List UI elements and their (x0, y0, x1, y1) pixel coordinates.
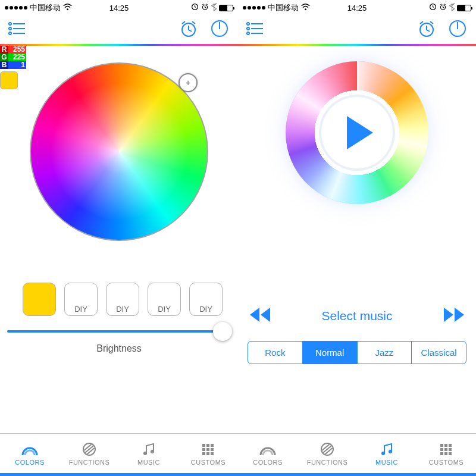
wifi-icon (301, 4, 310, 12)
hatch-circle-icon (318, 441, 336, 457)
svg-rect-46 (440, 448, 443, 451)
svg-point-5 (9, 27, 11, 30)
svg-rect-17 (211, 444, 214, 447)
preset-3[interactable]: DIY (106, 283, 139, 316)
svg-rect-23 (211, 452, 214, 455)
alarm-status-icon (439, 3, 447, 12)
tab-music[interactable]: MUSIC (119, 434, 178, 473)
svg-rect-47 (444, 448, 447, 451)
tab-label: COLORS (15, 459, 44, 466)
current-color-swatch (0, 71, 18, 89)
svg-rect-15 (202, 444, 205, 447)
svg-marker-38 (444, 308, 453, 322)
svg-point-14 (151, 450, 154, 453)
tab-customs[interactable]: CUSTOMS (178, 434, 238, 473)
power-button[interactable] (447, 18, 468, 41)
bluetooth-icon (211, 3, 217, 13)
svg-rect-49 (440, 452, 443, 455)
svg-point-29 (247, 27, 249, 30)
status-bar: 中国移动 14:25 (238, 0, 476, 15)
wifi-icon (63, 4, 72, 12)
status-bar: 中国移动 14:25 (0, 0, 238, 15)
hatch-circle-icon (80, 441, 98, 457)
genre-segmented: Rock Normal Jazz Classical (248, 341, 466, 364)
tab-functions[interactable]: FUNCTIONS (60, 434, 119, 473)
grid-icon (437, 441, 455, 457)
tab-label: CUSTOMS (191, 459, 226, 466)
rotation-lock-icon (429, 3, 437, 12)
svg-marker-37 (261, 308, 270, 322)
tab-functions[interactable]: FUNCTIONS (298, 434, 357, 473)
svg-rect-51 (449, 452, 452, 455)
svg-rect-44 (444, 444, 447, 447)
brightness-slider[interactable] (6, 330, 232, 333)
tab-label: MUSIC (137, 459, 160, 466)
tab-colors[interactable]: COLORS (0, 434, 60, 473)
disc (286, 61, 428, 204)
tab-music[interactable]: MUSIC (357, 434, 416, 473)
tab-customs[interactable]: CUSTOMS (416, 434, 476, 473)
svg-rect-19 (206, 448, 209, 451)
svg-point-13 (143, 452, 147, 455)
brightness-thumb[interactable] (213, 322, 232, 341)
color-wheel[interactable]: + (30, 62, 208, 241)
preset-row: DIY DIY DIY DIY (6, 283, 232, 316)
tab-label: CUSTOMS (429, 459, 464, 466)
rotation-lock-icon (191, 3, 199, 12)
menu-icon[interactable] (246, 21, 264, 38)
svg-point-7 (9, 32, 11, 35)
prev-track-button[interactable] (248, 305, 273, 327)
tab-bar: COLORS FUNCTIONS MUSIC CUSTOMS (238, 434, 476, 473)
color-wheel-handle[interactable]: + (178, 73, 198, 92)
tab-colors[interactable]: COLORS (238, 434, 298, 473)
svg-point-0 (67, 8, 68, 10)
brightness-label: Brightness (6, 343, 232, 354)
genre-classical[interactable]: Classical (412, 342, 466, 364)
tab-label: COLORS (253, 459, 282, 466)
power-button[interactable] (209, 18, 230, 41)
preset-2[interactable]: DIY (64, 283, 98, 316)
rgb-b-value: 1 (8, 61, 26, 69)
rainbow-icon (21, 441, 39, 457)
tab-label: FUNCTIONS (69, 459, 110, 466)
signal-icon (5, 6, 27, 10)
signal-icon (243, 6, 265, 10)
tab-label: MUSIC (375, 459, 398, 466)
bluetooth-icon (449, 3, 455, 13)
play-button[interactable] (321, 97, 393, 168)
next-track-button[interactable] (441, 305, 466, 327)
svg-rect-18 (202, 448, 205, 451)
svg-rect-48 (449, 448, 452, 451)
select-music-label[interactable]: Select music (321, 309, 392, 323)
grid-icon (199, 441, 217, 457)
alarm-status-icon (201, 3, 209, 12)
svg-point-24 (305, 8, 306, 10)
svg-point-42 (389, 450, 392, 453)
svg-point-27 (247, 23, 249, 25)
svg-rect-16 (206, 444, 209, 447)
genre-jazz[interactable]: Jazz (358, 342, 412, 364)
preset-4[interactable]: DIY (148, 283, 181, 316)
preset-5[interactable]: DIY (189, 283, 223, 316)
menu-icon[interactable] (8, 21, 26, 38)
play-icon (347, 116, 373, 149)
genre-rock[interactable]: Rock (248, 342, 303, 364)
preset-1[interactable] (23, 283, 56, 316)
svg-rect-50 (444, 452, 447, 455)
svg-point-31 (247, 32, 249, 35)
battery-icon (457, 5, 471, 11)
svg-point-41 (381, 452, 385, 455)
alarm-button[interactable] (416, 18, 437, 41)
carrier-label: 中国移动 (268, 2, 299, 13)
music-note-icon (140, 441, 158, 457)
nav-bar (238, 15, 476, 44)
tab-bar: COLORS FUNCTIONS MUSIC CUSTOMS (0, 434, 238, 473)
tab-label: FUNCTIONS (307, 459, 348, 466)
svg-point-3 (9, 23, 11, 25)
genre-normal[interactable]: Normal (303, 342, 358, 364)
svg-rect-21 (202, 452, 205, 455)
rgb-readout: R255 G225 B1 (0, 46, 26, 89)
accent-line (0, 473, 238, 476)
alarm-button[interactable] (178, 18, 199, 41)
svg-rect-20 (211, 448, 214, 451)
